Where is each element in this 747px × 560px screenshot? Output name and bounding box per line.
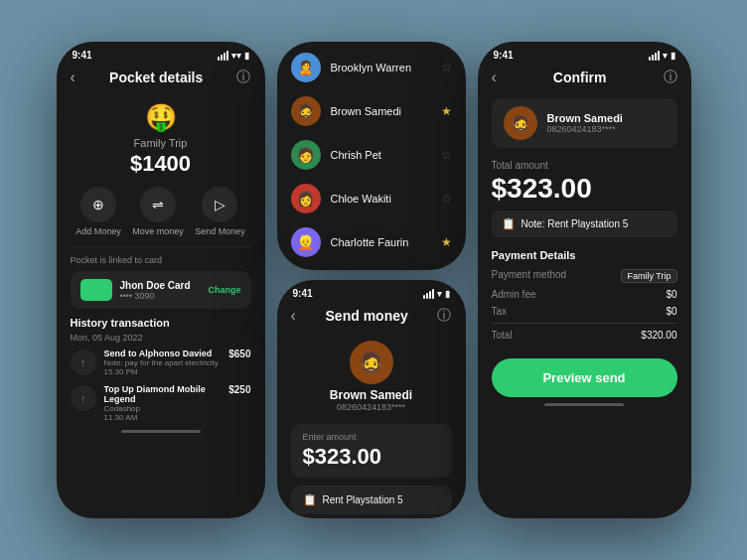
contact-list: 🙎 Brooklyn Warren ☆ 🧔 Brown Samedi ★ 🧑 C… xyxy=(277,42,466,270)
wifi-icon: ▾▾ xyxy=(231,51,241,61)
tx-time-2: 11.30 AM xyxy=(104,413,222,422)
send-recipient-phone: 08260424183**** xyxy=(277,402,466,412)
status-icons-left: ▾▾ ▮ xyxy=(218,51,249,61)
tx-details-1: Send to Alphonso Davied Note: pay for th… xyxy=(104,349,222,376)
add-money-btn[interactable]: ⊕ Add Money xyxy=(75,187,121,236)
battery-icon-right: ▮ xyxy=(671,51,675,61)
nav-header-left: ‹ Pocket details ⓘ xyxy=(57,65,265,94)
signal-icon-right xyxy=(649,51,660,61)
move-money-btn[interactable]: ⇌ Move money xyxy=(132,187,184,236)
contact-avatar-3: 👩 xyxy=(291,184,321,213)
tax-val: $0 xyxy=(666,306,676,317)
time-mid-bottom: 9:41 xyxy=(293,288,313,299)
contact-name-4: Charlotte Faurin xyxy=(331,236,431,248)
payment-details-section: Payment Details Payment method Family Tr… xyxy=(478,245,691,350)
payment-method-val: Family Trip xyxy=(621,269,676,283)
send-money-btn[interactable]: ▷ Send Money xyxy=(195,187,245,236)
status-bar-right: 9:41 ▾ ▮ xyxy=(478,42,691,65)
contact-item-4[interactable]: 👱 Charlotte Faurin ★ xyxy=(277,220,466,264)
back-arrow-right[interactable]: ‹ xyxy=(492,69,497,86)
nav-header-mid: ‹ Send money ⓘ xyxy=(277,303,466,333)
contact-name-2: Chrish Pet xyxy=(331,149,431,161)
card-name: Jhon Doe Card xyxy=(120,280,201,291)
transaction-row-1[interactable]: ↑ Send to Alphonso Davied Note: pay for … xyxy=(71,349,251,376)
contact-name-3: Chloe Wakiti xyxy=(331,193,431,205)
tx-icon-2: ↑ xyxy=(71,385,96,411)
star-icon-1[interactable]: ★ xyxy=(441,104,452,118)
card-dots: •••• 3090 xyxy=(120,291,201,301)
tx-amount-2: $250 xyxy=(228,384,250,395)
tax-row: Tax $0 xyxy=(492,306,677,317)
note-row-mid[interactable]: 📋 Rent Playstation 5 xyxy=(291,486,452,514)
status-bar-mid-bottom: 9:41 ▾ ▮ xyxy=(277,280,466,303)
battery-icon: ▮ xyxy=(244,51,249,61)
time-left: 9:41 xyxy=(73,50,92,61)
star-icon-4[interactable]: ★ xyxy=(441,235,452,249)
info-icon-left[interactable]: ⓘ xyxy=(236,69,250,86)
move-money-label: Move money xyxy=(132,226,184,236)
battery-icon-mid: ▮ xyxy=(445,289,450,299)
confirm-recipient-name: Brown Samedi xyxy=(547,112,623,124)
linked-card-label: Pocket is linked to card xyxy=(71,255,251,265)
pocket-amount: $1400 xyxy=(57,151,265,177)
middle-column: 🙎 Brooklyn Warren ☆ 🧔 Brown Samedi ★ 🧑 C… xyxy=(277,42,466,518)
tx-name-1: Send to Alphonso Davied xyxy=(104,349,222,358)
status-icons-right: ▾ ▮ xyxy=(649,51,675,61)
add-money-icon: ⊕ xyxy=(80,187,116,222)
home-indicator-right xyxy=(544,403,624,406)
back-arrow-left[interactable]: ‹ xyxy=(71,69,75,86)
send-avatar-section: 🧔 Brown Samedi 08260424183**** xyxy=(277,333,466,416)
note-icon-mid: 📋 xyxy=(303,493,317,506)
contact-avatar-4: 👱 xyxy=(291,227,321,257)
send-money-label: Send Money xyxy=(195,226,245,236)
back-arrow-mid[interactable]: ‹ xyxy=(291,307,296,325)
card-chip-icon xyxy=(80,279,112,301)
payment-details-title: Payment Details xyxy=(492,249,677,261)
info-icon-mid[interactable]: ⓘ xyxy=(437,307,451,325)
contact-name-1: Brown Samedi xyxy=(331,105,431,117)
status-icons-mid: ▾ ▮ xyxy=(423,289,450,299)
wifi-icon-mid: ▾ xyxy=(437,289,442,299)
payment-divider xyxy=(492,323,677,324)
admin-fee-row: Admin fee $0 xyxy=(492,289,677,300)
admin-fee-key: Admin fee xyxy=(492,289,536,300)
info-icon-right[interactable]: ⓘ xyxy=(664,69,677,86)
star-icon-3[interactable]: ☆ xyxy=(441,192,452,206)
tx-icon-1: ↑ xyxy=(71,350,96,375)
contact-avatar-0: 🙎 xyxy=(291,53,321,82)
pocket-details-title: Pocket details xyxy=(109,70,203,85)
contact-item-0[interactable]: 🙎 Brooklyn Warren ☆ xyxy=(277,46,466,89)
confirm-recipient-phone: 08260424183**** xyxy=(547,124,623,134)
contact-item-5[interactable]: 🧑 Darwin Nunez ★ xyxy=(277,264,466,270)
note-icon-right: 📋 xyxy=(502,217,516,230)
confirm-avatar: 🧔 xyxy=(504,106,537,140)
preview-send-button[interactable]: Preview send xyxy=(492,358,677,397)
star-icon-0[interactable]: ☆ xyxy=(441,61,452,74)
contacts-phone: 🙎 Brooklyn Warren ☆ 🧔 Brown Samedi ★ 🧑 C… xyxy=(277,42,466,270)
tx-name-2: Top Up Diamond Mobile Legend xyxy=(104,384,222,404)
add-money-label: Add Money xyxy=(75,226,121,236)
status-bar-left: 9:41 ▾▾ ▮ xyxy=(57,42,265,65)
total-row-val: $320.00 xyxy=(641,330,676,341)
tx-details-2: Top Up Diamond Mobile Legend Codashop 11… xyxy=(104,384,222,422)
confirm-title: Confirm xyxy=(553,70,607,85)
star-icon-2[interactable]: ☆ xyxy=(441,148,452,162)
tx-time-1: 15.30 PM xyxy=(104,367,222,376)
amount-box[interactable]: Enter amount $323.00 xyxy=(291,424,452,478)
nav-header-right: ‹ Confirm ⓘ xyxy=(478,65,691,94)
contact-item-1[interactable]: 🧔 Brown Samedi ★ xyxy=(277,89,466,133)
send-money-icon: ▷ xyxy=(202,187,237,222)
tx-note-1: Note: pay for the apart electricity xyxy=(104,358,222,367)
linked-card-section: Pocket is linked to card Jhon Doe Card •… xyxy=(57,255,265,317)
tx-note-2: Codashop xyxy=(104,404,222,413)
send-avatar: 🧔 xyxy=(350,341,393,384)
transaction-row-2[interactable]: ↑ Top Up Diamond Mobile Legend Codashop … xyxy=(71,384,251,422)
signal-icon-mid xyxy=(423,289,434,299)
contact-item-3[interactable]: 👩 Chloe Wakiti ☆ xyxy=(277,177,466,220)
change-button[interactable]: Change xyxy=(208,285,240,295)
send-money-phone: 9:41 ▾ ▮ ‹ Send money ⓘ 🧔 Brown Samedi 0… xyxy=(277,280,466,518)
send-money-title: Send money xyxy=(326,308,408,324)
confirm-recipient-info: Brown Samedi 08260424183**** xyxy=(547,112,623,134)
contact-item-2[interactable]: 🧑 Chrish Pet ☆ xyxy=(277,133,466,177)
total-row-key: Total xyxy=(492,330,513,341)
